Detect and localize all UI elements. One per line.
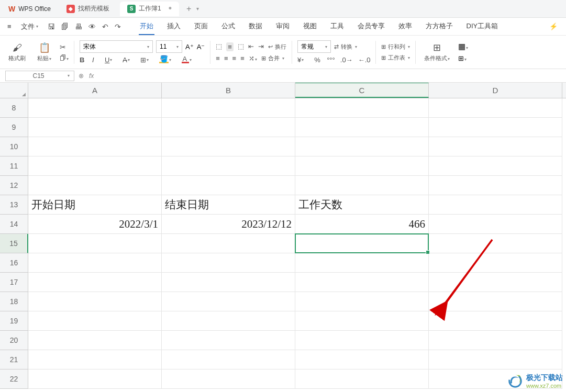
align-left-icon[interactable]: ≡ (216, 54, 220, 62)
row-header[interactable]: 10 (0, 137, 28, 156)
row-header[interactable]: 16 (0, 253, 28, 273)
row-header[interactable]: 14 (0, 215, 28, 234)
increase-font-icon[interactable]: A⁺ (185, 43, 194, 51)
cell[interactable] (295, 118, 429, 137)
cell[interactable] (28, 350, 162, 369)
strike-button[interactable]: A̶▾ (123, 56, 135, 64)
cell[interactable] (162, 156, 295, 176)
save-icon[interactable]: 🖫 (48, 23, 55, 31)
row-header[interactable]: 19 (0, 311, 28, 331)
align-center-icon[interactable]: ≡ (224, 54, 228, 62)
cell[interactable] (28, 137, 162, 156)
convert-button[interactable]: ⇄ 转换▾ (334, 43, 357, 51)
cell[interactable] (429, 253, 562, 273)
tab-view[interactable]: 视图 (302, 18, 318, 35)
fx-icon[interactable]: fx (89, 72, 94, 80)
cell[interactable] (429, 176, 562, 195)
tab-efficiency[interactable]: 效率 (397, 18, 413, 35)
merge-button[interactable]: ⊞ 合并▾ (261, 54, 284, 62)
decrease-font-icon[interactable]: A⁻ (197, 43, 205, 51)
preview-icon[interactable]: 👁 (88, 23, 96, 31)
cell[interactable] (295, 311, 429, 331)
row-header[interactable]: 20 (0, 331, 28, 350)
styles-icon[interactable]: ▦▾ (458, 42, 468, 51)
cell[interactable] (162, 98, 295, 118)
cell[interactable] (429, 273, 562, 292)
tab-start[interactable]: 开始 (139, 18, 154, 35)
rowcol-button[interactable]: ⊞ 行和列▾ (381, 43, 410, 51)
cell[interactable] (162, 234, 295, 253)
number-format-select[interactable]: 常规▾ (297, 40, 331, 53)
row-header[interactable]: 13 (0, 195, 28, 215)
redo-icon[interactable]: ↷ (115, 23, 121, 31)
cell[interactable] (28, 118, 162, 137)
cond-format-button[interactable]: ⊞ 条件格式▾ (421, 36, 453, 69)
cell[interactable] (162, 292, 295, 311)
cell[interactable]: 工作天数 (295, 195, 429, 215)
percent-icon[interactable]: % (314, 56, 321, 64)
currency-icon[interactable]: ¥▾ (297, 56, 309, 64)
select-all-corner[interactable] (0, 83, 28, 98)
cell[interactable] (429, 215, 562, 234)
hamburger-icon[interactable]: ≡ (3, 19, 16, 33)
underline-button[interactable]: U▾ (105, 56, 117, 64)
worksheet-button[interactable]: ⊞ 工作表▾ (381, 54, 410, 62)
cell[interactable] (295, 253, 429, 273)
cell[interactable] (295, 273, 429, 292)
font-color-button[interactable]: A▾ (182, 57, 197, 63)
cell[interactable] (28, 234, 162, 253)
cell[interactable] (429, 98, 562, 118)
cell[interactable] (295, 137, 429, 156)
tab-insert[interactable]: 插入 (166, 18, 182, 35)
row-header[interactable]: 18 (0, 292, 28, 311)
cell[interactable]: 结束日期 (162, 195, 295, 215)
tab-review[interactable]: 审阅 (275, 18, 291, 35)
tab-tools[interactable]: 工具 (329, 18, 345, 35)
cell[interactable] (295, 369, 429, 389)
cell[interactable] (295, 234, 429, 253)
cell[interactable] (162, 311, 295, 331)
filter-icon[interactable]: ⊞▾ (458, 54, 468, 62)
tab-page[interactable]: 页面 (193, 18, 209, 35)
tab-template[interactable]: ◆ 找稻壳模板 (59, 2, 117, 16)
align-bottom-icon[interactable]: ⬚ (238, 42, 244, 51)
cell[interactable] (429, 311, 562, 331)
cell[interactable] (162, 369, 295, 389)
comma-icon[interactable]: °°° (327, 56, 335, 64)
bold-button[interactable]: B (80, 56, 87, 64)
cell[interactable] (28, 273, 162, 292)
tab-ffgz[interactable]: 方方格子 (425, 18, 454, 35)
cut-icon[interactable]: ✂ (60, 43, 69, 51)
cell[interactable] (429, 137, 562, 156)
row-header[interactable]: 21 (0, 350, 28, 369)
cell[interactable] (295, 98, 429, 118)
cell[interactable] (28, 98, 162, 118)
border-button[interactable]: ⊞▾ (140, 56, 154, 64)
copy-icon[interactable]: 🗍▾ (60, 54, 69, 62)
cell[interactable] (162, 137, 295, 156)
cell[interactable] (28, 292, 162, 311)
col-header-D[interactable]: D (429, 83, 562, 98)
cell[interactable] (28, 156, 162, 176)
formula-input[interactable] (98, 72, 561, 80)
tab-menu-icon[interactable]: ▾ (196, 6, 199, 12)
align-top-icon[interactable]: ⬚ (216, 42, 222, 51)
indent-inc-icon[interactable]: ⇥ (258, 42, 264, 51)
cell[interactable] (28, 176, 162, 195)
cell[interactable] (28, 253, 162, 273)
indent-dec-icon[interactable]: ⇤ (248, 42, 254, 51)
tab-data[interactable]: 数据 (248, 18, 263, 35)
cancel-fx-icon[interactable]: ⊗ (79, 72, 84, 80)
fill-color-button[interactable]: 🪣▾ (159, 57, 176, 63)
cell[interactable] (295, 350, 429, 369)
cell[interactable]: 2022/3/1 (28, 215, 162, 234)
print-icon[interactable]: 🖶 (75, 23, 82, 31)
tab-vip[interactable]: 会员专享 (357, 18, 386, 35)
name-box[interactable]: C15▾ (5, 71, 74, 81)
font-name-select[interactable]: 宋体▾ (80, 40, 153, 53)
row-header[interactable]: 9 (0, 118, 28, 137)
cell[interactable] (295, 156, 429, 176)
align-right-icon[interactable]: ≡ (232, 54, 237, 62)
italic-button[interactable]: I (92, 56, 99, 64)
row-header[interactable]: 8 (0, 98, 28, 118)
